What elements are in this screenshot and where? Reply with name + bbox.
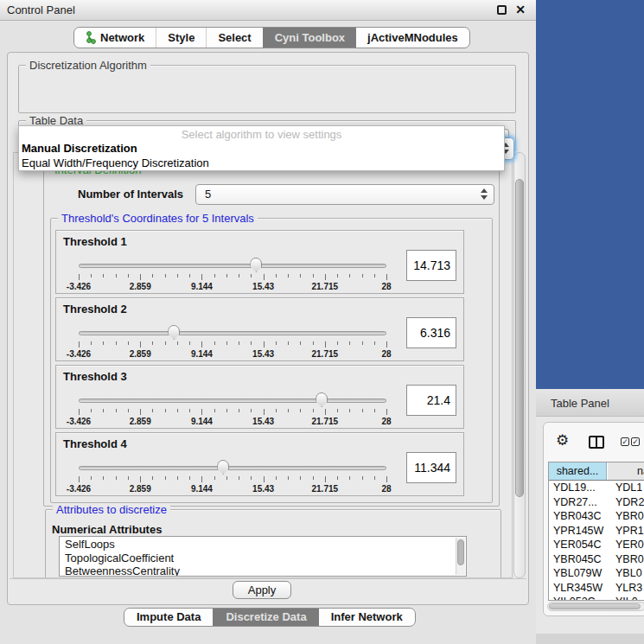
slider-tick (362, 274, 363, 277)
discretization-algorithm-title: Discretization Algorithm (26, 59, 150, 72)
slider-tick (325, 341, 326, 348)
slider-tick (374, 341, 375, 345)
threshold-4-label: Threshold 4 (63, 437, 127, 450)
tab-discretize-data[interactable]: Discretize Data (213, 609, 318, 626)
hscrollbar-thumb[interactable] (549, 603, 641, 609)
num-intervals-combo[interactable]: 5 (195, 184, 494, 205)
tab-network-label: Network (100, 28, 144, 48)
network-icon (86, 31, 96, 44)
slider-tick (177, 341, 178, 345)
tab-network[interactable]: Network (74, 28, 156, 48)
algorithm-option-equal-width[interactable]: Equal Width/Frequency Discretization (22, 156, 209, 169)
table-row[interactable]: YBL079WYBL0 (549, 566, 644, 581)
tab-infer-network[interactable]: Infer Network (319, 609, 415, 626)
slider-track[interactable] (79, 466, 386, 470)
float-window-icon[interactable] (497, 5, 507, 15)
cell-shared-name: YBR043C (549, 509, 607, 524)
slider-tick (152, 409, 153, 412)
settings-scrollbar[interactable] (513, 152, 526, 578)
slider-tick (349, 476, 350, 480)
slider-thumb[interactable] (168, 325, 180, 340)
slider-tick (177, 409, 178, 412)
threshold-3-value[interactable]: 21.4 (406, 385, 456, 416)
threshold-4-panel: Threshold 4 -3.4262.8599.14415.4321.7152… (55, 432, 464, 496)
threshold-4-slider: -3.4262.8599.14415.4321.71528 (56, 457, 463, 497)
slider-tick-label: -3.426 (67, 484, 91, 494)
tab-select[interactable]: Select (206, 28, 262, 48)
attribute-list-item[interactable]: BetweennessCentrality (60, 564, 466, 577)
slider-tick (337, 274, 338, 277)
slider-tick (91, 274, 92, 277)
slider-tick (214, 341, 215, 345)
slider-tick (140, 341, 141, 348)
threshold-1-label: Threshold 1 (63, 235, 127, 248)
slider-tick-label: 2.859 (130, 282, 151, 291)
slider-tick (264, 476, 265, 482)
slider-tick (313, 409, 314, 412)
slider-tick (214, 409, 215, 412)
apply-button[interactable]: Apply (233, 581, 291, 599)
attribute-list-item[interactable]: SelfLoops (60, 537, 466, 551)
num-intervals-label: Number of Intervals (78, 188, 183, 201)
slider-tick (128, 476, 129, 480)
slider-tick (226, 341, 227, 345)
table-row[interactable]: YDL19...YDL1 (549, 481, 644, 495)
select-columns-icon[interactable]: ✓ (621, 437, 629, 446)
thresholds-group-title: Threshold's Coordinates for 5 Intervals (58, 212, 258, 225)
slider-thumb[interactable] (250, 258, 262, 272)
tab-cyni-toolbox[interactable]: Cyni Toolbox (263, 28, 356, 48)
slider-tick (300, 274, 301, 277)
threshold-2-label: Threshold 2 (63, 303, 127, 316)
slider-track[interactable] (79, 331, 386, 335)
slider-tick (325, 476, 326, 482)
column-header-shared-name[interactable]: shared... (549, 462, 607, 480)
tab-style[interactable]: Style (156, 28, 206, 48)
table-row[interactable]: YLR345WYLR3 (549, 581, 644, 596)
algorithm-option-manual[interactable]: Manual Discretization (22, 142, 137, 155)
table-row[interactable]: YIL052CYIL0 (549, 595, 644, 601)
slider-tick (288, 476, 289, 480)
slider-tick (152, 476, 153, 480)
slider-tick-label: 28 (381, 484, 391, 494)
table-row[interactable]: YPR145WYPR1 (549, 524, 644, 539)
numerical-attributes-label: Numerical Attributes (52, 523, 162, 536)
slider-tick (189, 274, 190, 277)
threshold-1-value[interactable]: 14.713 (406, 250, 456, 281)
algorithm-dropdown-popup: Select algorithm to view settings Manual… (18, 125, 505, 171)
select-columns-icon-2[interactable]: ✓ (631, 437, 640, 446)
slider-tick (152, 274, 153, 277)
tab-impute-data[interactable]: Impute Data (124, 609, 213, 626)
table-row[interactable]: YER054CYER0 (549, 538, 644, 552)
slider-track[interactable] (79, 399, 386, 403)
slider-tick (201, 409, 202, 415)
slider-tick (374, 409, 375, 412)
column-header-name[interactable]: na (608, 462, 644, 480)
slider-tick (300, 341, 301, 345)
threshold-2-value[interactable]: 6.316 (406, 317, 456, 348)
slider-tick (116, 274, 117, 277)
slider-tick (177, 476, 178, 480)
discretization-algorithm-group: Discretization Algorithm (18, 65, 516, 113)
table-settings-gear-icon[interactable]: ⚙ (556, 433, 569, 448)
slider-thumb[interactable] (316, 392, 328, 407)
slider-tick (325, 409, 326, 415)
slider-track[interactable] (79, 264, 386, 268)
close-icon[interactable]: ✕ (515, 3, 526, 16)
control-panel-tabs: Network Style Select Cyni Toolbox jActiv… (73, 27, 470, 48)
slider-thumb[interactable] (217, 460, 229, 475)
slider-tick (349, 409, 350, 412)
slider-tick (337, 476, 338, 480)
scrollbar-thumb[interactable] (515, 179, 524, 497)
table-row[interactable]: YBR043CYBR0 (549, 509, 644, 524)
table-hscrollbar[interactable] (547, 602, 644, 611)
slider-tick (325, 274, 326, 280)
attribute-list-item[interactable]: TopologicalCoefficient (60, 551, 466, 564)
split-view-icon[interactable] (589, 436, 604, 449)
tab-jactivemnodules[interactable]: jActiveMNodules (356, 28, 469, 48)
slider-tick (251, 341, 252, 345)
threshold-4-value[interactable]: 11.344 (406, 452, 456, 483)
table-row[interactable]: YDR27...YDR2 (549, 495, 644, 510)
list-scrollbar[interactable] (456, 538, 465, 575)
slider-tick (214, 476, 215, 480)
table-row[interactable]: YBR045CYBR0 (549, 552, 644, 567)
